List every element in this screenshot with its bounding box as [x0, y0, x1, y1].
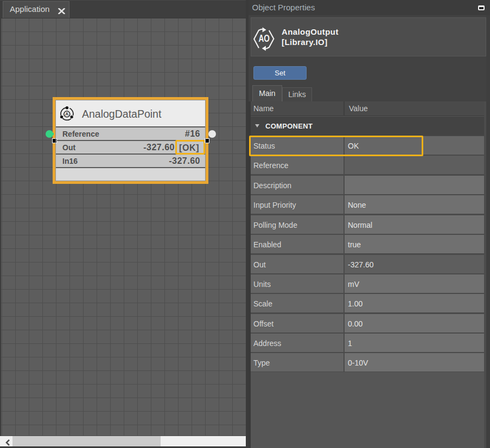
svg-text:AO: AO	[258, 33, 270, 44]
